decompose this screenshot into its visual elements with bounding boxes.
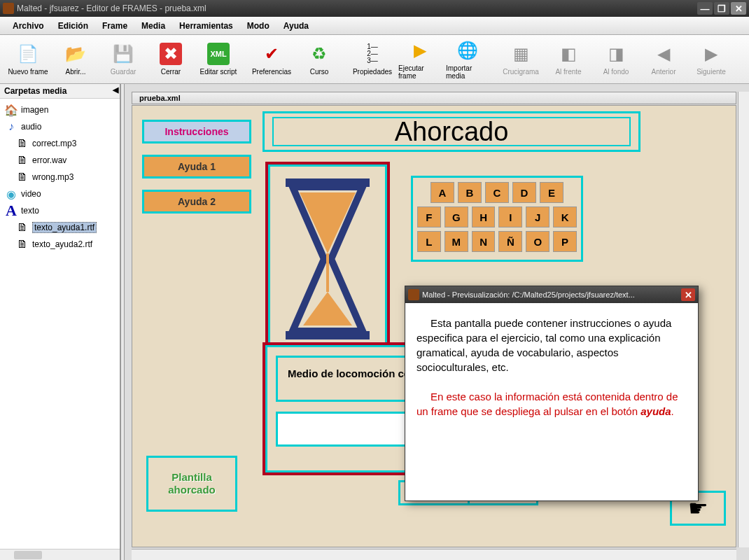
window-title: Malted - jfsuarez - Editor de FRAMES - p… [17,4,697,13]
sidebar-hscrollbar[interactable] [0,549,120,560]
menu-modo[interactable]: Modo [240,18,276,34]
preferencias-button[interactable]: ✔Preferencias [249,38,294,80]
dialog-title: Malted - Previsualización: /C:/Malted25/… [422,290,681,299]
menu-edicion[interactable]: Edición [51,18,95,34]
ayuda2-button[interactable]: Ayuda 2 [142,190,251,214]
curso-button[interactable]: ♻Curso [297,38,342,80]
crucigrama-button: ▦Crucigrama [498,38,543,80]
media-sidebar: Carpetas media ◀ 🏠imagen ♪audio 🗎correct… [0,84,120,560]
letter-cell[interactable]: J [526,206,550,227]
play-icon: ▶ [409,39,431,62]
import-icon: 🌐 [456,39,479,62]
letter-cell[interactable]: C [485,182,509,203]
letter-cell[interactable]: O [526,231,550,252]
letter-cell[interactable]: Ñ [498,231,522,252]
canvas-vscrollbar[interactable] [738,92,749,547]
tree-video[interactable]: ◉video [1,186,118,202]
tree-texto-file[interactable]: 🗎texto_ayuda2.rtf [1,236,118,253]
ejecutar-frame-button[interactable]: ▶Ejecutar frame [398,38,442,80]
nuevo-frame-button[interactable]: 📄Nuevo frame [6,38,50,80]
file-icon: 🗎 [15,136,29,150]
tree-texto-file[interactable]: 🗎texto_ayuda1.rtf [1,219,118,236]
menu-herramientas[interactable]: Herramientas [172,18,240,34]
letter-cell[interactable]: H [472,206,496,227]
sidebar-header: Carpetas media ◀ [0,84,120,99]
siguiente-button: ▶Siguiente [689,38,734,80]
plantilla-panel[interactable]: Plantillaahorcado [146,456,237,512]
app-icon [3,3,14,14]
tree-imagen[interactable]: 🏠imagen [1,102,118,118]
menu-media[interactable]: Media [134,18,172,34]
minimize-button[interactable]: — [697,2,713,15]
hourglass-panel[interactable] [265,162,390,356]
al-fondo-button: ◨Al fondo [594,38,638,80]
canvas-tab[interactable]: prueba.xml [132,92,736,104]
letter-cell[interactable]: M [444,231,468,252]
list-icon: 1—2—3— [361,43,384,65]
title-panel[interactable]: Ahorcado [262,111,640,152]
letter-cell[interactable]: F [417,206,441,227]
letter-a-icon: A [4,204,18,218]
menu-frame[interactable]: Frame [95,18,134,34]
letter-cell[interactable]: L [417,231,441,252]
ayuda1-button[interactable]: Ayuda 1 [142,155,251,178]
alphabet-panel[interactable]: A B C D E F G H I J K L M N [411,176,583,262]
dialog-close-button[interactable]: ✕ [681,288,695,301]
al-frente-button: ◧Al frente [546,38,591,80]
instrucciones-button[interactable]: Instrucciones [142,120,251,144]
dialog-para1: Esta pantalla puede contener instruccion… [416,316,687,374]
cerrar-button[interactable]: ✖Cerrar [148,38,193,80]
file-icon: 🗎 [15,153,29,167]
importar-media-button[interactable]: 🌐Importar media [445,38,490,80]
toolbar: 📄Nuevo frame 📂Abrir... 💾Guardar ✖Cerrar … [0,35,749,84]
abrir-button[interactable]: 📂Abrir... [53,38,98,80]
menubar: Archivo Edición Frame Media Herramientas… [0,17,749,35]
game-title: Ahorcado [395,117,509,147]
tree-texto[interactable]: Atexto [1,202,118,219]
menu-ayuda[interactable]: Ayuda [276,18,316,34]
disc-icon: ◉ [4,187,18,201]
letter-cell[interactable]: P [553,231,577,252]
letter-cell[interactable]: K [553,206,577,227]
file-icon: 🗎 [15,237,29,251]
check-icon: ✔ [260,43,283,65]
letter-cell[interactable]: A [430,182,454,203]
dialog-para2: En este caso la información está conteni… [416,389,687,419]
letter-cell[interactable]: I [498,206,522,227]
xml-icon: XML [207,43,230,65]
save-icon: 💾 [112,43,134,65]
preview-dialog: Malted - Previsualización: /C:/Malted25/… [405,286,699,501]
propiedades-button[interactable]: 1—2—3—Propiedades [350,38,395,80]
letter-cell[interactable]: E [540,182,564,203]
maximize-button[interactable]: ❐ [714,2,729,15]
tree-audio[interactable]: ♪audio [1,118,118,135]
close-button[interactable]: ✕ [731,2,746,15]
dialog-app-icon [408,289,419,300]
open-folder-icon: 📂 [64,43,87,65]
menu-archivo[interactable]: Archivo [6,18,51,34]
close-x-icon: ✖ [160,43,182,65]
editar-script-button[interactable]: XMLEditar script [196,38,241,80]
next-arrow-icon: ▶ [700,43,722,65]
letter-cell[interactable]: D [512,182,536,203]
hourglass-icon [286,178,370,340]
sidebar-collapse-icon[interactable]: ◀ [113,85,118,94]
canvas-hscrollbar[interactable] [132,549,736,560]
letter-cell[interactable]: G [444,206,468,227]
letter-cell[interactable]: N [472,231,496,252]
dialog-titlebar[interactable]: Malted - Previsualización: /C:/Malted25/… [405,286,698,303]
anterior-button: ◀Anterior [641,38,686,80]
file-icon: 🗎 [15,170,29,184]
dialog-content: Esta pantalla puede contener instruccion… [405,303,698,431]
back-icon: ◨ [605,43,627,65]
prev-arrow-icon: ◀ [652,43,675,65]
tree-audio-file[interactable]: 🗎correct.mp3 [1,135,118,152]
tree-audio-file[interactable]: 🗎error.wav [1,152,118,169]
window-titlebar: Malted - jfsuarez - Editor de FRAMES - p… [0,0,749,17]
tree-audio-file[interactable]: 🗎wrong.mp3 [1,169,118,186]
letter-cell[interactable]: B [458,182,482,203]
house-icon: 🏠 [4,103,18,117]
new-file-icon: 📄 [17,43,39,65]
front-icon: ◧ [557,43,580,65]
grid-icon: ▦ [510,43,532,65]
